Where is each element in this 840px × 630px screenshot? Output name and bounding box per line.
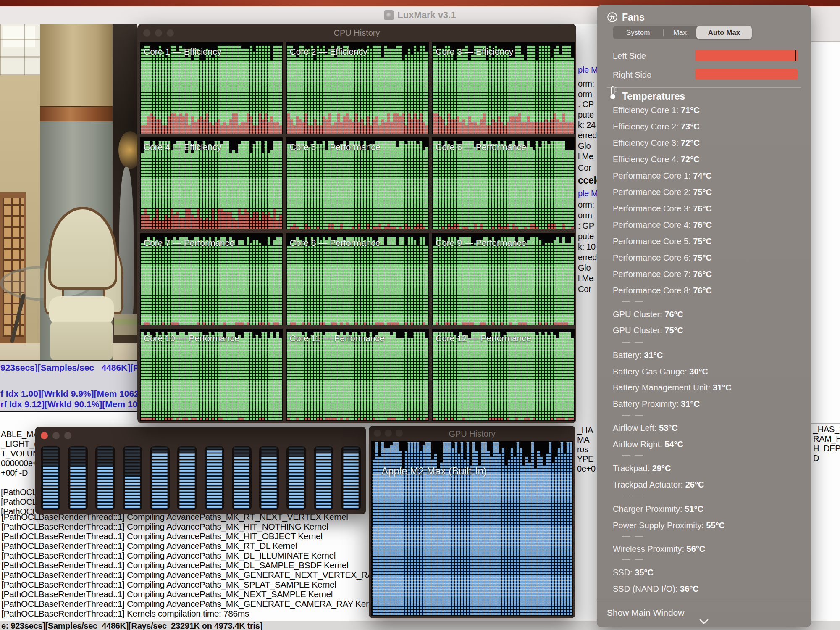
log-text: orm — [578, 211, 592, 220]
zoom-button[interactable] — [167, 29, 174, 37]
scene-column-marble — [40, 24, 113, 106]
meter-segment-on — [234, 483, 249, 485]
meter-segment-on — [97, 493, 113, 495]
meter-segment-off — [289, 447, 304, 449]
temperature-label: SSD (NAND I/O): — [613, 584, 680, 593]
meter-segment-on — [97, 496, 113, 498]
meter-segment-off — [125, 457, 140, 459]
cpu-core-cell: Core 7 — Performance — [140, 233, 283, 325]
temperature-row: Power Supply Proximity: 55°C — [613, 521, 725, 530]
meter-segment-on — [261, 460, 277, 462]
chevron-down-icon[interactable] — [698, 618, 709, 625]
scene-column-copper-band — [40, 106, 113, 123]
temperature-label: Efficiency Core 3: — [613, 138, 681, 148]
meter-segment-on — [234, 473, 249, 475]
gpu-device-label: Apple M2 Max (Built-In) — [381, 465, 487, 477]
luxmark-window-title: LuxMark v3.1 — [397, 10, 456, 21]
render-stats-line: 923secs][Samples/sec 4486K][R — [0, 363, 140, 373]
zoom-button[interactable] — [396, 430, 403, 437]
log-text: [PathOCLBaseRenderThread::1] Compiling A… — [1, 560, 348, 570]
left-side-fan-slider[interactable] — [695, 50, 798, 61]
meter-segment-on — [152, 493, 168, 495]
cpu-history-window-title: CPU History — [137, 28, 576, 38]
meter-segment-on — [261, 493, 277, 495]
meter-segment-on — [289, 470, 304, 472]
meter-segment-on — [343, 493, 359, 495]
meter-segment-on — [125, 486, 140, 488]
meter-segment-on — [316, 470, 331, 472]
meter-segment-off — [43, 450, 58, 452]
cpu-core-label: Core 7 — Performance — [144, 238, 234, 248]
temperature-value: 36°C — [680, 584, 699, 593]
meter-segment-off — [179, 447, 195, 449]
meter-segment-off — [343, 447, 359, 449]
meter-segment-off — [152, 447, 168, 449]
minimize-button[interactable] — [385, 430, 392, 437]
meter-segment-on — [179, 506, 195, 508]
meter-segment-off — [125, 467, 140, 469]
render-stats-line: rf Idx 9.12][Wrkld 90.1%][Mem 10 — [0, 399, 137, 409]
cpu-core-cell: Core 1 — Efficiency — [140, 42, 283, 134]
meter-segment-on — [207, 506, 222, 508]
meter-segment-off — [261, 453, 277, 456]
fan-mode-system[interactable]: System — [613, 26, 663, 39]
meter-segment-on — [261, 480, 277, 482]
temperature-row: Efficiency Core 4: 72°C — [613, 155, 700, 164]
meter-segment-on — [343, 453, 359, 456]
log-text: Glo — [578, 263, 591, 273]
right-side-fan-slider[interactable] — [695, 69, 798, 80]
meter-segment-on — [289, 473, 304, 475]
temperature-row: Efficiency Core 3: 72°C — [613, 138, 700, 148]
meter-segment-on — [152, 453, 168, 456]
cpu-history-window[interactable]: CPU History Core 1 — EfficiencyCore 2 — … — [137, 24, 576, 423]
section-divider — [607, 87, 801, 88]
close-button[interactable] — [143, 29, 150, 37]
log-text: : CP — [578, 100, 594, 109]
meter-segment-on — [70, 499, 86, 501]
slider-handle[interactable] — [795, 50, 796, 61]
fan-mode-max[interactable]: Max — [664, 26, 696, 39]
temperature-value: 35°C — [635, 568, 654, 577]
temperature-label: Performance Core 1: — [613, 171, 693, 180]
meter-segment-on — [125, 477, 140, 479]
meter-segment-on — [179, 460, 195, 462]
log-text: _LIGHT_( — [1, 439, 37, 449]
log-text: ros — [577, 445, 588, 454]
meter-segment-off — [125, 447, 140, 449]
log-text: [PathOCLBaseRenderThread::1] Compiling A… — [1, 531, 323, 541]
cpu-load-meter-window[interactable] — [35, 427, 366, 514]
log-text: D — [813, 453, 819, 463]
meter-segment-on — [343, 460, 359, 462]
meter-segment-on — [289, 506, 304, 508]
meter-segment-on — [152, 503, 168, 505]
meter-segment-on — [152, 506, 168, 508]
meter-segment-on — [207, 477, 222, 479]
show-main-window-item[interactable]: Show Main Window — [607, 608, 684, 618]
meter-segment-on — [43, 470, 58, 472]
render-scene — [0, 24, 137, 360]
minimize-button[interactable] — [52, 432, 60, 439]
meter-segment-on — [207, 499, 222, 501]
meter-segment-on — [152, 470, 168, 472]
meter-segment-on — [97, 503, 113, 505]
meter-segment-on — [179, 457, 195, 459]
meter-segment-on — [234, 496, 249, 498]
close-button[interactable] — [374, 430, 381, 437]
meter-segment-on — [125, 499, 140, 501]
minimize-button[interactable] — [155, 29, 162, 37]
temperature-row: Performance Core 1: 74°C — [613, 171, 712, 181]
fan-mode-auto-max[interactable]: Auto Max — [696, 26, 752, 39]
zoom-button[interactable] — [64, 432, 71, 439]
temperature-value: 71°C — [681, 105, 700, 115]
close-button[interactable] — [41, 432, 48, 439]
led-columns — [287, 332, 428, 420]
meter-segment-on — [152, 467, 168, 469]
temperature-row: Trackpad Actuator: 26°C — [613, 480, 704, 490]
meter-segment-on — [343, 477, 359, 479]
temperature-value: 31°C — [644, 351, 663, 360]
meter-segment-on — [234, 470, 249, 472]
cpu-core-cell: Core 6 — Performance — [432, 137, 575, 229]
gpu-history-window[interactable]: GPU History Apple M2 Max (Built-In) — [369, 426, 575, 618]
temperature-row: Performance Core 5: 75°C — [613, 237, 712, 246]
meter-segment-on — [316, 486, 331, 488]
